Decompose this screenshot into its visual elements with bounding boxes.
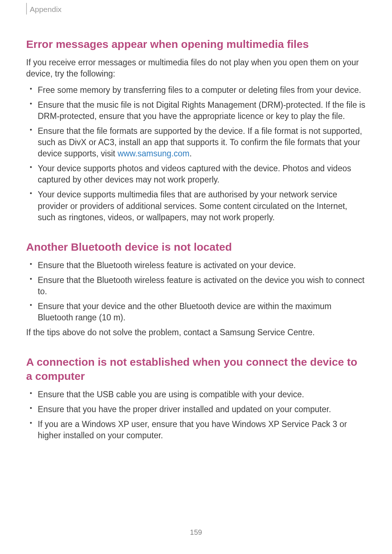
list-item: Free some memory by transferring files t… bbox=[38, 85, 366, 96]
list-item-text: If you are a Windows XP user, ensure tha… bbox=[38, 419, 347, 440]
bullet-list: Ensure that the Bluetooth wireless featu… bbox=[26, 260, 366, 323]
header-tab: Appendix bbox=[26, 3, 62, 15]
list-item-text: Your device supports multimedia files th… bbox=[38, 190, 347, 222]
page-content: Error messages appear when opening multi… bbox=[26, 37, 366, 458]
list-item: Your device supports photos and videos c… bbox=[38, 163, 366, 185]
list-item: Ensure that you have the proper driver i… bbox=[38, 404, 366, 415]
list-item: Ensure that the Bluetooth wireless featu… bbox=[38, 275, 366, 297]
list-item-text: Free some memory by transferring files t… bbox=[38, 85, 361, 95]
list-item-text: Your device supports photos and videos c… bbox=[38, 164, 351, 184]
page-number: 159 bbox=[0, 528, 392, 537]
list-item: Ensure that the music file is not Digita… bbox=[38, 99, 366, 122]
list-item-suffix: . bbox=[189, 149, 192, 158]
header-section-label: Appendix bbox=[30, 5, 62, 14]
list-item: Ensure that your device and the other Bl… bbox=[38, 301, 366, 323]
list-item: If you are a Windows XP user, ensure tha… bbox=[38, 419, 366, 441]
list-item-text: Ensure that the USB cable you are using … bbox=[38, 390, 304, 399]
list-item-text: Ensure that the Bluetooth wireless featu… bbox=[38, 260, 296, 270]
bullet-list: Ensure that the USB cable you are using … bbox=[26, 389, 366, 441]
list-item: Ensure that the Bluetooth wireless featu… bbox=[38, 260, 366, 271]
section-outro: If the tips above do not solve the probl… bbox=[26, 327, 366, 338]
list-item-text: Ensure that the music file is not Digita… bbox=[38, 100, 365, 121]
list-item-prefix: Ensure that the file formats are support… bbox=[38, 126, 362, 158]
list-item-text: Ensure that your device and the other Bl… bbox=[38, 301, 331, 322]
section-usb-connection: A connection is not established when you… bbox=[26, 355, 366, 441]
bullet-list: Free some memory by transferring files t… bbox=[26, 85, 366, 223]
list-item: Ensure that the file formats are support… bbox=[38, 126, 366, 159]
list-item: Your device supports multimedia files th… bbox=[38, 189, 366, 223]
section-error-messages: Error messages appear when opening multi… bbox=[26, 37, 366, 223]
link-samsung[interactable]: www.samsung.com bbox=[118, 149, 189, 158]
list-item-text: Ensure that you have the proper driver i… bbox=[38, 405, 331, 414]
section-intro: If you receive error messages or multime… bbox=[26, 57, 366, 79]
section-bluetooth: Another Bluetooth device is not located … bbox=[26, 240, 366, 338]
list-item: Ensure that the USB cable you are using … bbox=[38, 389, 366, 400]
section-heading: A connection is not established when you… bbox=[26, 355, 366, 383]
list-item-text: Ensure that the Bluetooth wireless featu… bbox=[38, 275, 364, 296]
section-heading: Another Bluetooth device is not located bbox=[26, 240, 366, 254]
section-heading: Error messages appear when opening multi… bbox=[26, 37, 366, 51]
